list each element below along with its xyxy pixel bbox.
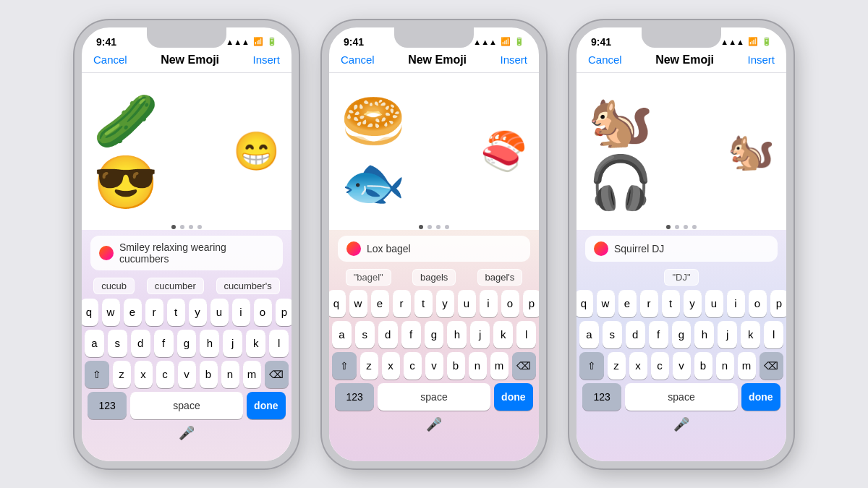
- key-v-3[interactable]: v: [673, 352, 691, 380]
- key-r-3[interactable]: r: [640, 290, 658, 317]
- key-g[interactable]: g: [177, 330, 197, 357]
- key-q[interactable]: q: [80, 299, 98, 326]
- key-l-3[interactable]: l: [764, 321, 783, 348]
- cancel-button-2[interactable]: Cancel: [341, 53, 375, 66]
- key-space-1[interactable]: space: [130, 392, 242, 419]
- key-h-3[interactable]: h: [694, 321, 714, 348]
- key-y-3[interactable]: y: [684, 290, 702, 317]
- key-d-3[interactable]: d: [626, 321, 645, 348]
- key-x[interactable]: x: [135, 361, 153, 388]
- key-p-3[interactable]: p: [770, 290, 788, 317]
- key-s[interactable]: s: [108, 330, 127, 357]
- key-space-2[interactable]: space: [378, 383, 490, 411]
- key-x-2[interactable]: x: [382, 352, 400, 380]
- key-h-2[interactable]: h: [447, 321, 467, 348]
- key-o-3[interactable]: o: [749, 290, 767, 317]
- key-d[interactable]: d: [131, 330, 150, 357]
- key-i[interactable]: i: [232, 299, 250, 326]
- cancel-button-3[interactable]: Cancel: [588, 53, 622, 66]
- search-bar-1[interactable]: Smiley relaxing wearing cucumbers: [90, 236, 283, 270]
- key-i-3[interactable]: i: [727, 290, 745, 317]
- key-done-3[interactable]: done: [741, 383, 780, 411]
- key-shift-3[interactable]: ⇧: [579, 352, 604, 380]
- autocomplete-1-2[interactable]: cucumber: [147, 278, 204, 294]
- key-q-2[interactable]: q: [328, 290, 346, 317]
- key-z[interactable]: z: [113, 361, 131, 388]
- key-g-2[interactable]: g: [425, 321, 444, 348]
- key-f-2[interactable]: f: [401, 321, 421, 348]
- key-b-2[interactable]: b: [447, 352, 465, 380]
- key-r-2[interactable]: r: [393, 290, 411, 317]
- mic-icon-1[interactable]: 🎤: [179, 425, 195, 441]
- key-shift[interactable]: ⇧: [85, 361, 109, 388]
- key-p-2[interactable]: p: [523, 290, 541, 317]
- key-r[interactable]: r: [145, 299, 163, 326]
- search-bar-3[interactable]: Squirrel DJ: [585, 236, 778, 262]
- key-t-3[interactable]: t: [662, 290, 680, 317]
- key-space-3[interactable]: space: [625, 383, 737, 411]
- autocomplete-1-1[interactable]: cucub: [93, 278, 135, 294]
- key-t-2[interactable]: t: [414, 290, 433, 317]
- key-k-3[interactable]: k: [741, 321, 760, 348]
- key-done-2[interactable]: done: [494, 383, 533, 411]
- key-z-3[interactable]: z: [608, 352, 626, 380]
- key-b[interactable]: b: [200, 361, 218, 388]
- key-o-2[interactable]: o: [501, 290, 519, 317]
- key-w-3[interactable]: w: [597, 290, 615, 317]
- key-numbers-2[interactable]: 123: [335, 383, 374, 411]
- key-m-3[interactable]: m: [738, 352, 756, 380]
- key-s-3[interactable]: s: [603, 321, 622, 348]
- key-n-2[interactable]: n: [469, 352, 487, 380]
- autocomplete-1-3[interactable]: cucumber's: [216, 278, 280, 294]
- key-delete-3[interactable]: ⌫: [760, 352, 784, 380]
- key-l[interactable]: l: [269, 330, 289, 357]
- key-v[interactable]: v: [178, 361, 196, 388]
- key-n[interactable]: n: [221, 361, 239, 388]
- mic-icon-3[interactable]: 🎤: [673, 416, 689, 432]
- key-d-2[interactable]: d: [378, 321, 398, 348]
- insert-button-3[interactable]: Insert: [747, 53, 775, 66]
- key-c-3[interactable]: c: [651, 352, 669, 380]
- key-k-2[interactable]: k: [493, 321, 513, 348]
- autocomplete-2-3[interactable]: bagel's: [477, 269, 523, 286]
- key-c-2[interactable]: c: [404, 352, 422, 380]
- autocomplete-2-2[interactable]: bagels: [412, 269, 456, 286]
- key-f-3[interactable]: f: [649, 321, 668, 348]
- key-e-2[interactable]: e: [371, 290, 389, 317]
- key-z-2[interactable]: z: [360, 352, 378, 380]
- key-b-3[interactable]: b: [694, 352, 712, 380]
- key-m[interactable]: m: [243, 361, 261, 388]
- autocomplete-2-1[interactable]: "bagel": [346, 269, 391, 286]
- key-y[interactable]: y: [189, 299, 207, 326]
- insert-button-2[interactable]: Insert: [500, 53, 527, 66]
- key-m-2[interactable]: m: [490, 352, 509, 380]
- key-a[interactable]: a: [85, 330, 104, 357]
- key-w-2[interactable]: w: [349, 290, 367, 317]
- key-n-3[interactable]: n: [716, 352, 734, 380]
- search-bar-2[interactable]: Lox bagel: [338, 236, 530, 262]
- key-f[interactable]: f: [154, 330, 174, 357]
- key-j[interactable]: j: [223, 330, 242, 357]
- key-u-3[interactable]: u: [705, 290, 723, 317]
- key-x-3[interactable]: x: [629, 352, 647, 380]
- key-v-2[interactable]: v: [425, 352, 443, 380]
- key-s-2[interactable]: s: [355, 321, 375, 348]
- key-g-3[interactable]: g: [672, 321, 692, 348]
- key-j-2[interactable]: j: [470, 321, 490, 348]
- key-shift-2[interactable]: ⇧: [332, 352, 357, 380]
- key-e[interactable]: e: [124, 299, 142, 326]
- key-numbers-3[interactable]: 123: [582, 383, 621, 411]
- key-o[interactable]: o: [254, 299, 272, 326]
- key-done-1[interactable]: done: [247, 392, 286, 419]
- key-p[interactable]: p: [276, 299, 294, 326]
- key-j-3[interactable]: j: [718, 321, 737, 348]
- key-y-2[interactable]: y: [436, 290, 454, 317]
- key-e-3[interactable]: e: [618, 290, 637, 317]
- key-u[interactable]: u: [210, 299, 229, 326]
- mic-icon-2[interactable]: 🎤: [426, 416, 442, 432]
- insert-button-1[interactable]: Insert: [252, 53, 280, 66]
- key-l-2[interactable]: l: [516, 321, 536, 348]
- autocomplete-3-1[interactable]: "DJ": [664, 269, 698, 286]
- key-w[interactable]: w: [102, 299, 120, 326]
- key-i-2[interactable]: i: [480, 290, 498, 317]
